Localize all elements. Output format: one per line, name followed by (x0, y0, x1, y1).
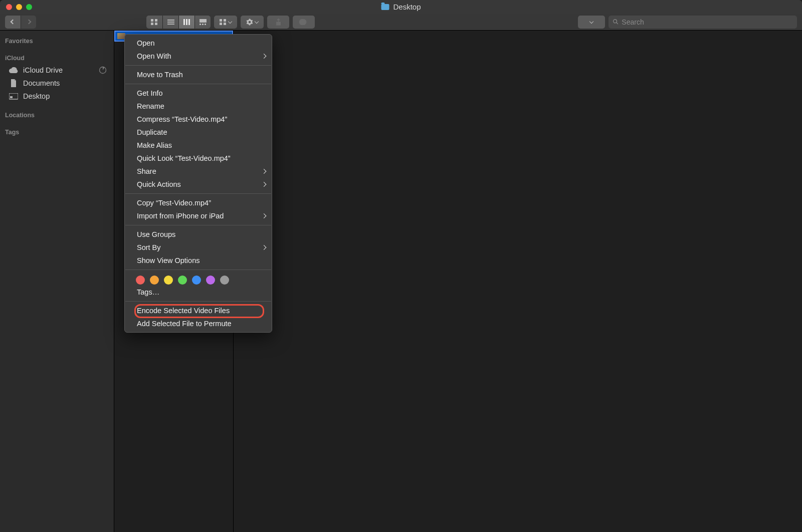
chevron-down-icon (589, 19, 593, 23)
close-button[interactable] (6, 4, 12, 10)
svg-line-20 (617, 23, 618, 24)
sidebar-item-label: iCloud Drive (23, 66, 63, 74)
menu-item[interactable]: Show View Options (125, 254, 272, 267)
svg-rect-17 (224, 23, 226, 25)
menu-item[interactable]: Sort By (125, 241, 272, 254)
search-input[interactable] (622, 18, 793, 26)
folder-icon (381, 4, 389, 10)
menu-item[interactable]: Use Groups (125, 228, 272, 241)
view-mode-segment (146, 16, 211, 29)
tag-color-dot[interactable] (206, 276, 215, 285)
list-view-button[interactable] (162, 16, 178, 29)
menu-item[interactable]: Compress “Test-Video.mp4” (125, 113, 272, 126)
tag-color-dot[interactable] (178, 276, 187, 285)
sidebar-item-label: Documents (23, 79, 60, 87)
window-controls (6, 4, 32, 10)
sidebar-item-label: Desktop (23, 92, 50, 100)
svg-rect-14 (220, 19, 222, 22)
column-view-button[interactable] (178, 16, 194, 29)
menu-item[interactable]: Encode Selected Video Files (125, 304, 272, 317)
nav-buttons (5, 16, 36, 29)
tag-color-dot[interactable] (220, 276, 229, 285)
svg-rect-23 (10, 96, 13, 98)
sidebar-item-desktop[interactable]: Desktop (0, 90, 114, 103)
action-dropdown[interactable] (241, 16, 264, 29)
tag-color-dot[interactable] (150, 276, 159, 285)
svg-rect-11 (199, 24, 201, 25)
desktop-icon (9, 92, 18, 101)
menu-item[interactable]: Import from iPhone or iPad (125, 209, 272, 222)
svg-rect-10 (199, 19, 207, 23)
minimize-button[interactable] (16, 4, 22, 10)
sidebar-header-tags: Tags (0, 126, 114, 138)
menu-separator (125, 225, 271, 225)
svg-rect-15 (224, 19, 226, 22)
sidebar: Favorites iCloud iCloud Drive Documents … (0, 31, 114, 532)
sidebar-header-icloud: iCloud (0, 52, 114, 64)
cloud-icon (9, 66, 18, 75)
svg-rect-6 (167, 24, 174, 25)
icloud-progress-icon (99, 66, 107, 74)
tags-button[interactable] (293, 16, 315, 29)
menu-item[interactable]: Duplicate (125, 126, 272, 139)
maximize-button[interactable] (26, 4, 32, 10)
menu-item[interactable]: Add Selected File to Permute (125, 317, 272, 330)
menu-item[interactable]: Make Alias (125, 139, 272, 152)
menu-item[interactable]: Quick Actions (125, 178, 272, 191)
chevron-down-icon (228, 19, 232, 23)
svg-rect-2 (151, 23, 153, 25)
menu-item[interactable]: Open With (125, 50, 272, 63)
svg-rect-8 (186, 19, 187, 25)
svg-rect-7 (183, 19, 185, 25)
back-button[interactable] (5, 16, 21, 29)
menu-item[interactable]: Get Info (125, 87, 272, 100)
preview-column (234, 31, 802, 532)
body: Favorites iCloud iCloud Drive Documents … (0, 31, 802, 532)
svg-rect-9 (188, 19, 190, 25)
search-field[interactable] (609, 16, 797, 29)
svg-rect-3 (155, 23, 157, 25)
menu-separator (125, 84, 271, 84)
sidebar-header-favorites: Favorites (0, 35, 114, 47)
icon-view-button[interactable] (146, 16, 162, 29)
menu-item-tags[interactable]: Tags… (125, 286, 272, 299)
group-by-dropdown[interactable] (214, 16, 237, 29)
share-button[interactable] (267, 16, 289, 29)
chevron-down-icon (255, 19, 259, 23)
tag-color-dot[interactable] (164, 276, 173, 285)
svg-rect-4 (167, 20, 174, 21)
menu-separator (125, 301, 271, 302)
svg-rect-12 (202, 24, 204, 25)
menu-item[interactable]: Share (125, 165, 272, 178)
context-menu: OpenOpen WithMove to TrashGet InfoRename… (124, 34, 272, 333)
svg-point-19 (614, 20, 617, 23)
gallery-view-button[interactable] (194, 16, 211, 29)
tag-color-row (125, 273, 272, 286)
svg-rect-1 (155, 19, 157, 22)
svg-rect-5 (167, 22, 174, 23)
menu-item[interactable]: Rename (125, 100, 272, 113)
svg-rect-0 (151, 19, 153, 22)
sidebar-dropdown[interactable] (578, 16, 605, 29)
menu-item[interactable]: Quick Look “Test-Video.mp4” (125, 152, 272, 165)
window-title-text: Desktop (393, 3, 421, 11)
menu-item[interactable]: Move to Trash (125, 68, 272, 81)
titlebar: Desktop (0, 0, 802, 14)
menu-item[interactable]: Open (125, 37, 272, 50)
toolbar (0, 14, 802, 31)
document-icon (9, 79, 18, 88)
menu-separator (125, 270, 271, 270)
window-title: Desktop (381, 3, 421, 11)
svg-rect-18 (299, 19, 306, 25)
tag-color-dot[interactable] (192, 276, 201, 285)
forward-button[interactable] (21, 16, 36, 29)
menu-item[interactable]: Copy “Test-Video.mp4” (125, 196, 272, 209)
svg-rect-16 (220, 23, 222, 25)
sidebar-header-locations: Locations (0, 109, 114, 121)
sidebar-item-documents[interactable]: Documents (0, 77, 114, 90)
sidebar-item-icloud-drive[interactable]: iCloud Drive (0, 64, 114, 77)
tag-color-dot[interactable] (136, 276, 145, 285)
svg-rect-13 (205, 24, 206, 25)
menu-separator (125, 65, 271, 66)
menu-separator (125, 193, 271, 194)
